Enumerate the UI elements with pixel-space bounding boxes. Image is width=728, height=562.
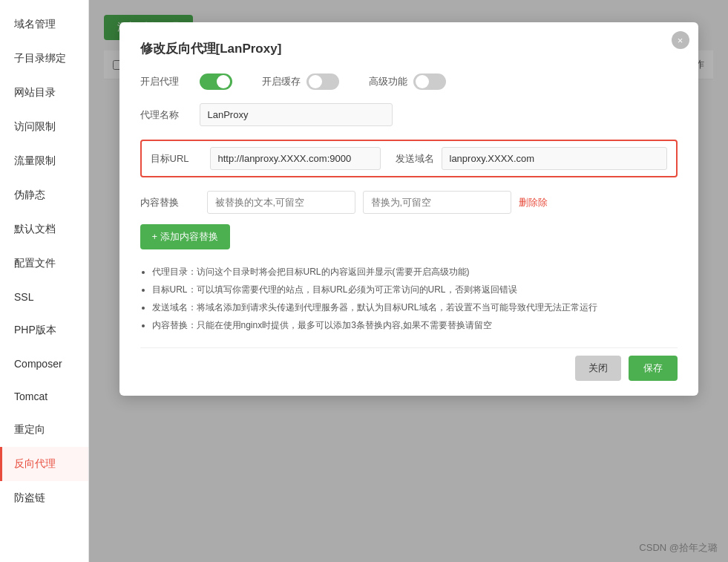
sidebar-item-subdir-bind[interactable]: 子目录绑定 bbox=[0, 42, 88, 76]
sidebar-item-traffic-limit[interactable]: 流量限制 bbox=[0, 144, 88, 178]
target-url-input[interactable] bbox=[210, 147, 381, 170]
proxy-name-label: 代理名称 bbox=[140, 108, 200, 122]
proxy-name-input[interactable] bbox=[200, 103, 393, 126]
sidebar-item-php-version[interactable]: PHP版本 bbox=[0, 313, 88, 347]
delete-replace-button[interactable]: 删除除 bbox=[519, 196, 548, 209]
sidebar-item-reverse-proxy[interactable]: 反向代理 bbox=[0, 447, 88, 481]
notes-list: 代理目录：访问这个目录时将会把目标URL的内容返回并显示(需要开启高级功能) 目… bbox=[140, 263, 678, 334]
sidebar-item-anti-leech[interactable]: 防盗链 bbox=[0, 481, 88, 515]
content-replace-label: 内容替换 bbox=[140, 196, 200, 209]
advanced-group: 高级功能 bbox=[369, 73, 446, 90]
sidebar-item-site-dir[interactable]: 网站目录 bbox=[0, 76, 88, 110]
sidebar-item-pseudo-static[interactable]: 伪静态 bbox=[0, 178, 88, 212]
send-domain-input[interactable] bbox=[442, 147, 667, 170]
enable-proxy-label: 开启代理 bbox=[140, 75, 200, 88]
toggles-row: 开启代理 开启缓存 高级功能 bbox=[140, 73, 678, 90]
enable-proxy-toggle[interactable] bbox=[200, 73, 232, 90]
sidebar: 域名管理 子目录绑定 网站目录 访问限制 流量限制 伪静态 默认文档 配置文件 … bbox=[0, 0, 89, 562]
replace-to-input[interactable] bbox=[363, 191, 511, 214]
modal-overlay: 修改反向代理[LanProxy] × 开启代理 开启缓存 高级功能 代理名称 bbox=[89, 0, 728, 562]
main-content: 添加反向代理 名称 代理目录 目标url 缓存 状态 操作 修改反向代理[Lan… bbox=[89, 0, 728, 562]
proxy-name-row: 代理名称 bbox=[140, 103, 678, 126]
replace-from-input[interactable] bbox=[207, 191, 355, 214]
note-2: 目标URL：可以填写你需要代理的站点，目标URL必须为可正常访问的URL，否则将… bbox=[152, 281, 678, 298]
note-1: 代理目录：访问这个目录时将会把目标URL的内容返回并显示(需要开启高级功能) bbox=[152, 263, 678, 281]
modal-close-button[interactable]: × bbox=[672, 31, 689, 49]
sidebar-item-domain-mgmt[interactable]: 域名管理 bbox=[0, 7, 88, 42]
add-replace-button[interactable]: + 添加内容替换 bbox=[140, 224, 230, 249]
send-domain-label: 发送域名 bbox=[396, 152, 434, 166]
sidebar-item-ssl[interactable]: SSL bbox=[0, 281, 88, 313]
note-3: 发送域名：将域名添加到请求头传递到代理服务器，默认为目标URL域名，若设置不当可… bbox=[152, 298, 678, 316]
sidebar-item-redirect[interactable]: 重定向 bbox=[0, 413, 88, 447]
content-replace-row: 内容替换 删除除 bbox=[140, 191, 678, 214]
modal-dialog: 修改反向代理[LanProxy] × 开启代理 开启缓存 高级功能 代理名称 bbox=[119, 22, 698, 396]
sidebar-item-access-limit[interactable]: 访问限制 bbox=[0, 110, 88, 144]
modal-footer: 关闭 保存 bbox=[140, 347, 678, 381]
modal-title: 修改反向代理[LanProxy] bbox=[140, 40, 678, 57]
save-button[interactable]: 保存 bbox=[629, 356, 678, 381]
enable-cache-toggle[interactable] bbox=[306, 73, 339, 90]
note-4: 内容替换：只能在使用nginx时提供，最多可以添加3条替换内容,如果不需要替换请… bbox=[152, 316, 678, 334]
advanced-toggle[interactable] bbox=[413, 73, 446, 90]
enable-cache-label: 开启缓存 bbox=[262, 75, 301, 88]
sidebar-item-default-doc[interactable]: 默认文档 bbox=[0, 212, 88, 246]
sidebar-item-tomcat[interactable]: Tomcat bbox=[0, 380, 88, 413]
url-domain-row: 目标URL 发送域名 bbox=[140, 140, 678, 177]
target-url-label: 目标URL bbox=[151, 152, 203, 166]
sidebar-item-composer[interactable]: Composer bbox=[0, 347, 88, 380]
sidebar-item-config-file[interactable]: 配置文件 bbox=[0, 246, 88, 281]
advanced-label: 高级功能 bbox=[369, 75, 407, 88]
enable-cache-group: 开启缓存 bbox=[262, 73, 339, 90]
close-modal-button[interactable]: 关闭 bbox=[575, 356, 621, 381]
